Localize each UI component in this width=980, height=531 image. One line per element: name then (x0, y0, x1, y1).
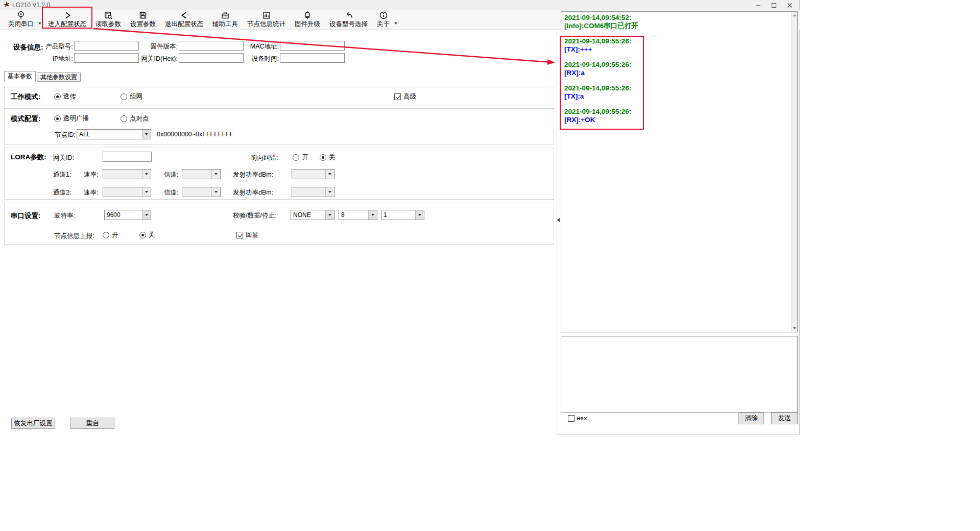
checkbox-label: 回显 (246, 231, 258, 239)
channel2-label: 通道2: (53, 188, 71, 197)
channel2-power-select[interactable] (292, 187, 334, 197)
channel2-power-label: 发射功率dBm: (233, 188, 273, 197)
chevron-right-icon (63, 11, 72, 20)
data-bits-select[interactable]: 8 (339, 210, 377, 220)
mode-config-group: 模式配置: 透明广播 点对点 节点ID: ALL 0x00000000~0xFF… (4, 108, 554, 144)
channel1-chan-label: 信道: (164, 171, 178, 179)
radio-transparent-mode[interactable]: 透传 (54, 92, 76, 101)
product-model-label: 产品型号: (37, 42, 73, 51)
about-dropdown-caret-icon[interactable] (394, 10, 399, 29)
tab-basic-params[interactable]: 基本参数 (4, 71, 36, 82)
lora-gateway-id-input[interactable] (103, 152, 152, 162)
scroll-down-icon[interactable] (792, 325, 797, 331)
baud-rate-select[interactable]: 9600 (104, 210, 151, 220)
channel1-power-label: 发射功率dBm: (233, 171, 273, 179)
parity-select[interactable]: NONE (291, 210, 334, 220)
ip-address-input[interactable] (74, 53, 139, 63)
ip-address-label: IP地址: (37, 55, 73, 63)
radio-transparent-broadcast[interactable]: 透明广播 (54, 114, 89, 123)
radio-point-to-point[interactable]: 点对点 (121, 114, 149, 123)
chevron-down-icon (142, 187, 151, 197)
radio-label: 透明广播 (63, 114, 89, 123)
serial-settings-group: 串口设置: 波特率: 9600 校验/数据/停止: NONE 8 1 (4, 203, 554, 245)
mode-config-title: 模式配置: (11, 114, 41, 124)
radio-node-report-off[interactable]: 关 (139, 231, 155, 239)
maximize-button[interactable] (766, 0, 782, 10)
toolbar-button-close-serial[interactable]: 关闭串口 (4, 10, 38, 29)
firmware-version-label: 固件版本: (141, 42, 178, 51)
baud-rate-label: 波特率: (54, 211, 75, 220)
restart-button[interactable]: 重启 (70, 418, 114, 429)
window-controls (750, 0, 798, 10)
toolbar-button-firmware-upgrade[interactable]: 固件升级 (290, 10, 325, 29)
gateway-id-hex-label: 网关ID(Hex): (133, 55, 178, 63)
send-input[interactable] (561, 336, 798, 413)
toolbar-button-about[interactable]: 关于 (372, 10, 394, 29)
scroll-up-icon[interactable] (792, 12, 797, 18)
channel2-chan-label: 信道: (164, 188, 178, 197)
radio-networking-mode[interactable]: 组网 (121, 92, 142, 101)
log-output[interactable]: 2021-09-14,09:54:52: [Info]:COM6串口已打开 20… (561, 11, 798, 332)
radio-fec-on[interactable]: 开 (293, 153, 308, 162)
radio-label: 关 (329, 153, 336, 162)
toolbar-button-enter-config[interactable]: 进入配置状态 (43, 10, 91, 29)
gateway-id-hex-input[interactable] (179, 53, 244, 63)
param-tabs: 基本参数 其他参数设置 (4, 71, 81, 82)
toolbar-label: 辅助工具 (212, 21, 238, 28)
mac-address-label: MAC地址: (241, 42, 279, 51)
radio-fec-off[interactable]: 关 (320, 153, 336, 162)
window-title: LG210 V1.2.0 (12, 2, 50, 9)
radio-dot-icon (103, 232, 109, 238)
app-window: LG210 V1.2.0 关闭串口 (0, 0, 800, 435)
log-scrollbar[interactable] (791, 12, 797, 331)
chevron-down-icon (142, 210, 151, 220)
channel1-chan-select[interactable] (182, 169, 221, 179)
firmware-version-input[interactable] (179, 41, 244, 51)
toolbar-button-device-model[interactable]: 设备型号选择 (325, 10, 372, 29)
checkbox-advanced[interactable]: 高级 (394, 92, 416, 101)
minimize-button[interactable] (750, 0, 766, 10)
radio-node-report-on[interactable]: 开 (103, 231, 118, 239)
toolbar-label: 固件升级 (295, 21, 320, 28)
toolbar-button-node-stats[interactable]: 节点信息统计 (243, 10, 290, 29)
mac-address-input[interactable] (280, 41, 345, 51)
read-params-icon (104, 11, 113, 20)
channel1-rate-label: 速率: (84, 171, 98, 179)
toolbar-button-set-params[interactable]: 设置参数 (126, 10, 160, 29)
framing-label: 校验/数据/停止: (233, 211, 276, 220)
device-time-input[interactable] (280, 53, 345, 63)
product-model-input[interactable] (74, 41, 139, 51)
lora-gateway-id-label: 网关ID: (53, 154, 74, 162)
clear-button[interactable]: 清除 (738, 413, 764, 424)
radio-label: 开 (302, 153, 308, 162)
channel2-chan-select[interactable] (182, 187, 221, 197)
lora-params-group: LORA参数: 网关ID: 前向纠错: 开 关 通道1: 速率: (4, 148, 554, 200)
factory-reset-button[interactable]: 恢复出厂设置 (11, 418, 55, 429)
radio-dot-icon (121, 115, 127, 122)
collapse-arrow-icon (557, 218, 560, 222)
panel-collapse-handle[interactable] (556, 214, 560, 226)
bell-icon (303, 11, 312, 20)
close-serial-dropdown-caret-icon[interactable] (38, 10, 43, 29)
toolbar-button-read-params[interactable]: 读取参数 (91, 10, 126, 29)
log-entry: 2021-09-14,09:55:26: [TX]:a (564, 84, 789, 101)
node-id-range-hint: 0x00000000~0xFFFFFFFF (157, 131, 233, 138)
channel2-rate-select[interactable] (103, 187, 151, 197)
checkbox-hex[interactable]: Hex (568, 415, 587, 422)
channel1-power-select[interactable] (292, 169, 334, 179)
node-id-select[interactable]: ALL (77, 129, 151, 139)
channel1-rate-select[interactable] (103, 169, 151, 179)
toolbar-button-aux-tools[interactable]: 辅助工具 (208, 10, 243, 29)
checkbox-icon (394, 93, 401, 100)
chevron-down-icon (142, 130, 151, 139)
radio-label: 透传 (63, 92, 76, 101)
tab-other-params[interactable]: 其他参数设置 (37, 73, 81, 82)
toolbar-label: 设备型号选择 (329, 21, 368, 28)
stop-bits-select[interactable]: 1 (381, 210, 424, 220)
checkbox-echo[interactable]: 回显 (236, 231, 258, 239)
send-button[interactable]: 发送 (771, 413, 798, 424)
chevron-down-icon (142, 170, 151, 179)
log-entry: 2021-09-14,09:55:26: [TX]:+++ (564, 37, 789, 54)
toolbar-button-exit-config[interactable]: 退出配置状态 (160, 10, 208, 29)
close-button[interactable] (782, 0, 798, 10)
